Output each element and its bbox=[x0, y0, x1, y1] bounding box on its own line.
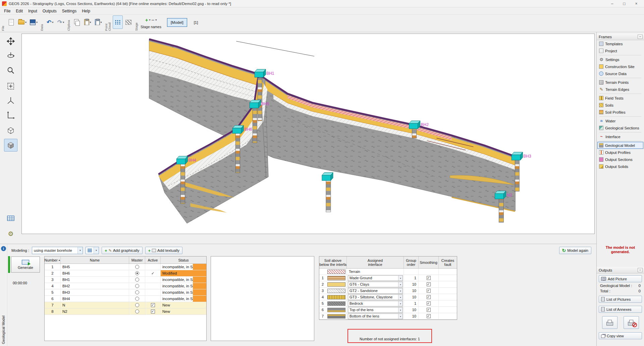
frame-item-output-sections[interactable]: Output Sections bbox=[597, 156, 643, 163]
chevron-down-icon[interactable]: ▾ bbox=[149, 18, 150, 21]
frame-item-output-profiles[interactable]: Output Profiles bbox=[597, 149, 643, 156]
menu-file[interactable]: File bbox=[1, 8, 13, 14]
rotate-tool-button[interactable] bbox=[4, 49, 17, 62]
column-header-master[interactable]: Master bbox=[129, 256, 145, 264]
new-file-button[interactable] bbox=[6, 15, 16, 29]
interface-select[interactable]: Top of the lens▾ bbox=[348, 307, 403, 313]
frame-item-terrain-edges[interactable]: ✎Terrain Edges bbox=[597, 86, 643, 93]
collapse-icon[interactable]: – bbox=[638, 35, 643, 39]
smoothing-checkbox[interactable] bbox=[427, 282, 431, 286]
copy-button[interactable] bbox=[72, 15, 82, 29]
table-row[interactable]: 1BH5 incompatible, in Section bbox=[45, 264, 206, 270]
menu-outputs[interactable]: Outputs bbox=[40, 8, 59, 14]
model-viewport[interactable]: BH1 BH5 BH6 BH4 BH2 BH3 N2 bbox=[21, 34, 595, 234]
remove-stage-icon[interactable]: − bbox=[151, 17, 154, 22]
paste-special-button[interactable]: ▾ bbox=[93, 15, 103, 29]
minimize-button[interactable]: – bbox=[610, 1, 614, 6]
copy-view-button[interactable]: Copy view bbox=[599, 332, 642, 339]
smoothing-checkbox[interactable] bbox=[427, 276, 431, 280]
open-file-button[interactable]: ▾ bbox=[17, 15, 28, 29]
hatching-button[interactable] bbox=[123, 15, 133, 29]
table-row[interactable]: 2BH6 ✓ Modified bbox=[45, 270, 206, 277]
pan-tool-button[interactable] bbox=[4, 35, 17, 48]
frame-item-settings[interactable]: ⚙Settings bbox=[597, 56, 643, 63]
close-button[interactable]: × bbox=[634, 1, 639, 6]
smoothing-checkbox[interactable] bbox=[427, 301, 431, 305]
maximize-button[interactable]: □ bbox=[622, 1, 627, 6]
table-view-button[interactable] bbox=[4, 212, 17, 225]
model-again-button[interactable]: ↻ Model again bbox=[559, 247, 591, 254]
menu-edit[interactable]: Edit bbox=[13, 8, 25, 14]
smoothing-checkbox[interactable] bbox=[427, 314, 431, 318]
chevron-down-icon[interactable]: ▾ bbox=[155, 18, 157, 21]
chevron-down-icon[interactable]: ▾ bbox=[94, 247, 99, 254]
add-stage-icon[interactable]: + bbox=[145, 17, 148, 22]
frame-item-geological-sections[interactable]: Geological Sections bbox=[597, 124, 643, 131]
chevron-down-icon[interactable]: ▾ bbox=[77, 247, 83, 254]
master-radio[interactable] bbox=[135, 278, 139, 282]
table-row[interactable]: 2 GT6 - Clays▾ 10 bbox=[319, 281, 457, 288]
axonometry-button[interactable] bbox=[4, 94, 17, 107]
active-checkbox[interactable] bbox=[151, 303, 155, 307]
model-stage-button[interactable]: [Model] bbox=[167, 18, 187, 27]
chevron-down-icon[interactable]: ▾ bbox=[101, 21, 102, 24]
chevron-down-icon[interactable]: ▾ bbox=[90, 21, 91, 24]
frame-item-terrain-points[interactable]: Terrain Points bbox=[597, 79, 643, 86]
column-header-status[interactable]: Status bbox=[161, 256, 206, 264]
chevron-down-icon[interactable]: ▾ bbox=[52, 21, 53, 24]
list-of-pictures-button[interactable]: List of Pictures bbox=[599, 296, 642, 303]
stage-1-tab[interactable]: [1] bbox=[192, 18, 200, 27]
print-button[interactable] bbox=[602, 316, 618, 329]
master-radio[interactable] bbox=[135, 290, 139, 294]
master-radio[interactable] bbox=[135, 284, 139, 288]
frame-item-templates[interactable]: Templates bbox=[597, 40, 643, 47]
view-settings-button[interactable]: ⚙ bbox=[4, 227, 17, 240]
table-row[interactable]: 5BH3 incompatible, in Section bbox=[45, 289, 206, 296]
table-row[interactable]: 6 Top of the lens▾ 10 bbox=[319, 307, 457, 313]
chevron-down-icon[interactable]: ▾ bbox=[25, 21, 26, 24]
active-checkbox[interactable] bbox=[151, 309, 155, 313]
terrain-row[interactable]: Terrain bbox=[319, 269, 457, 275]
frame-item-project[interactable]: Project bbox=[597, 47, 643, 54]
table-row[interactable]: 5 Bedrock▾ 1 bbox=[319, 300, 457, 307]
list-view-select[interactable]: ▾ bbox=[86, 247, 99, 254]
frame-item-construction-site[interactable]: Construction Site bbox=[597, 63, 643, 70]
interface-select[interactable]: GT6 - Clays▾ bbox=[348, 282, 403, 287]
table-row[interactable]: 8N2 New bbox=[45, 308, 206, 315]
solid-view-button[interactable] bbox=[4, 139, 17, 152]
chevron-down-icon[interactable]: ▾ bbox=[63, 21, 64, 24]
smoothing-checkbox[interactable] bbox=[427, 295, 431, 299]
interface-select[interactable]: Made Ground▾ bbox=[348, 275, 403, 281]
add-graphically-button[interactable]: + ✎ Add graphically bbox=[102, 247, 142, 254]
frame-item-source-data[interactable]: Source Data bbox=[597, 70, 643, 77]
interface-select[interactable]: GT2 - Sandstone▾ bbox=[348, 288, 403, 294]
master-radio[interactable] bbox=[135, 303, 139, 307]
generate-button[interactable]: Generate bbox=[11, 256, 40, 273]
menu-help[interactable]: Help bbox=[79, 8, 93, 14]
interface-select[interactable]: GT3 - Siltstone, Claystone▾ bbox=[348, 294, 403, 300]
interface-select[interactable]: Bottom of the lens▾ bbox=[348, 313, 403, 319]
undo-button[interactable]: ↶▾ bbox=[45, 15, 55, 29]
save-file-button[interactable]: ▾ bbox=[29, 15, 39, 29]
table-row[interactable]: 7N New bbox=[45, 302, 206, 308]
print-blocked-button[interactable] bbox=[624, 316, 639, 329]
interface-select[interactable]: Bedrock▾ bbox=[348, 301, 403, 306]
add-picture-button[interactable]: Add Picture bbox=[599, 275, 642, 282]
collapse-icon[interactable]: – bbox=[638, 268, 643, 272]
table-row[interactable]: 6BH4 incompatible, in Section bbox=[45, 296, 206, 302]
zoom-tool-button[interactable] bbox=[4, 64, 17, 77]
fit-to-window-button[interactable] bbox=[4, 80, 17, 93]
stage-names-label[interactable]: Stage names bbox=[141, 25, 161, 29]
table-row[interactable]: 3 GT2 - Sandstone▾ 10 bbox=[319, 288, 457, 294]
smoothing-checkbox[interactable] bbox=[427, 289, 431, 293]
wireframe-view-button[interactable] bbox=[4, 124, 17, 137]
frame-item-soils[interactable]: Soils bbox=[597, 102, 643, 109]
list-of-annexes-button[interactable]: List of Annexes bbox=[599, 306, 642, 313]
frame-item-field-tests[interactable]: Field Tests bbox=[597, 95, 643, 102]
table-row[interactable]: 4 GT3 - Siltstone, Claystone▾ 10 bbox=[319, 294, 457, 300]
column-header-name[interactable]: Name bbox=[61, 256, 129, 264]
menu-settings[interactable]: Settings bbox=[59, 8, 79, 14]
table-row[interactable]: 7 Bottom of the lens▾ 10 bbox=[319, 313, 457, 320]
frame-item-interface[interactable]: ~Interface bbox=[597, 133, 643, 140]
menu-input[interactable]: Input bbox=[25, 8, 40, 14]
